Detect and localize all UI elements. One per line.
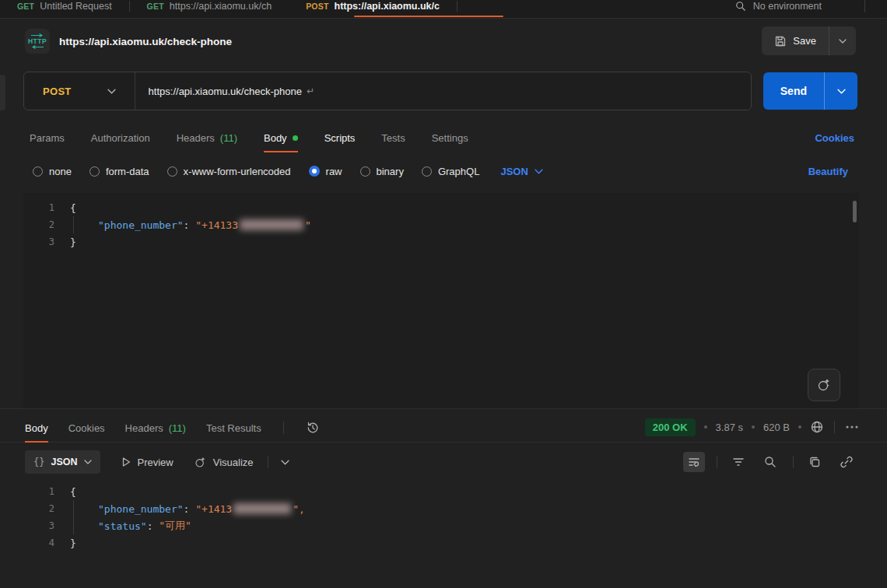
pane-divider[interactable]: [0, 408, 887, 409]
method-selector[interactable]: POST: [24, 86, 135, 97]
redacted-phone-number: [240, 219, 303, 230]
tab-label: Authorization: [91, 132, 150, 144]
radio-icon: [422, 166, 432, 177]
request-section-tabs: Params Authorization Headers (11) Body S…: [0, 123, 887, 152]
request-body-editor[interactable]: 1 { 2 "phone_number": "+14133" 3 }: [23, 193, 859, 408]
code-token: {: [70, 202, 76, 214]
editor-scrollbar[interactable]: [853, 201, 857, 222]
send-options-button[interactable]: [824, 72, 857, 110]
filter-button[interactable]: [727, 452, 749, 472]
tab-label: Body: [25, 422, 48, 434]
redacted-phone-number: [233, 503, 291, 514]
code-token: }: [70, 236, 76, 248]
play-icon: [121, 457, 131, 467]
postman-window: GET Untitled Request GET https://api.xia…: [0, 0, 887, 588]
separator: [793, 456, 794, 468]
http-request-icon: HTTP: [25, 29, 50, 54]
dot-separator: [752, 425, 755, 429]
code-line: 2 "phone_number": "+14133": [23, 216, 859, 233]
tab-params[interactable]: Params: [30, 123, 65, 152]
save-icon: [774, 35, 787, 47]
url-input[interactable]: https://api.xiaomu.uk/check-phone: [135, 86, 302, 97]
tab-label: Tests: [381, 132, 405, 144]
tab-label: Params: [30, 132, 65, 144]
code-token-value: "可用": [159, 519, 191, 533]
more-options-icon[interactable]: [845, 425, 859, 429]
save-options-button[interactable]: [829, 26, 856, 55]
body-type-graphql[interactable]: GraphQL: [422, 166, 479, 177]
response-tab-cookies[interactable]: Cookies: [68, 413, 105, 443]
visualize-button[interactable]: Visualize: [194, 456, 254, 469]
body-type-binary[interactable]: binary: [360, 166, 404, 177]
code-token: :: [184, 219, 196, 231]
chevron-down-icon: [281, 460, 289, 465]
method-badge: GET: [17, 2, 34, 11]
response-size[interactable]: 620 B: [763, 422, 790, 433]
request-tab-untitled[interactable]: GET Untitled Request: [0, 0, 129, 18]
body-type-none[interactable]: none: [33, 166, 72, 177]
link-icon: [840, 456, 853, 468]
code-line: 3 }: [23, 233, 859, 250]
postbot-sparkle-icon: [816, 377, 832, 393]
body-type-urlencoded[interactable]: x-www-form-urlencoded: [167, 166, 291, 177]
network-globe-icon[interactable]: [810, 420, 824, 434]
tab-body[interactable]: Body: [264, 123, 298, 152]
environment-label: No environment: [753, 1, 822, 12]
code-line: 4 }: [23, 534, 859, 551]
tab-scripts[interactable]: Scripts: [324, 123, 356, 152]
share-link-button[interactable]: [836, 452, 857, 472]
preview-label: Preview: [138, 457, 174, 468]
response-time[interactable]: 3.87 s: [716, 422, 743, 433]
response-tab-body[interactable]: Body: [25, 413, 48, 443]
cookies-link[interactable]: Cookies: [815, 123, 854, 152]
tab-authorization[interactable]: Authorization: [91, 123, 150, 152]
history-icon[interactable]: [306, 421, 320, 435]
postbot-button[interactable]: [808, 369, 840, 401]
code-line: 2 "phone_number": "+1413",: [23, 500, 859, 517]
response-body-editor[interactable]: 1 { 2 "phone_number": "+1413", 3 "status…: [23, 481, 859, 588]
response-format-selector[interactable]: {} JSON: [25, 450, 100, 474]
tab-tests[interactable]: Tests: [381, 123, 405, 152]
more-views-button[interactable]: [281, 460, 289, 465]
response-tab-test-results[interactable]: Test Results: [206, 413, 261, 443]
tab-headers[interactable]: Headers (11): [177, 123, 237, 152]
filter-icon: [732, 456, 745, 468]
active-tab-underline: [354, 16, 503, 17]
response-editor-actions: [683, 448, 857, 476]
copy-response-button[interactable]: [804, 452, 826, 472]
radio-icon: [167, 166, 177, 177]
search-icon: [735, 1, 746, 12]
radio-icon: [89, 166, 100, 177]
send-button[interactable]: Send: [763, 85, 824, 97]
chevron-down-icon: [107, 89, 116, 94]
request-tab-get-xiaomu[interactable]: GET https://api.xiaomu.uk/ch: [130, 0, 289, 18]
environment-selector[interactable]: No environment: [735, 0, 865, 18]
tab-label: Untitled Request: [40, 1, 111, 12]
tab-settings[interactable]: Settings: [432, 123, 468, 152]
search-response-button[interactable]: [759, 452, 781, 472]
wrap-text-button[interactable]: [683, 452, 705, 472]
code-line: 1 {: [23, 483, 859, 500]
preview-button[interactable]: Preview: [121, 457, 174, 468]
response-tab-headers[interactable]: Headers (11): [125, 413, 186, 443]
enter-hint-icon: ↵: [307, 86, 314, 96]
code-token-key: "phone_number": [98, 503, 184, 515]
raw-format-selector[interactable]: JSON: [500, 166, 542, 177]
status-badge[interactable]: 200 OK: [645, 418, 696, 436]
format-value: JSON: [51, 457, 77, 467]
sidebar-collapsed-handle[interactable]: [0, 75, 5, 110]
separator: [283, 422, 284, 434]
separator: [864, 0, 865, 12]
dot-separator: [704, 425, 707, 429]
beautify-link[interactable]: Beautify: [808, 157, 848, 185]
response-meta: 200 OK 3.87 s 620 B: [645, 414, 859, 440]
line-number: 1: [23, 486, 70, 497]
tab-label: Headers: [125, 422, 163, 434]
method-badge: POST: [306, 2, 328, 11]
separator: [268, 456, 268, 468]
save-button[interactable]: Save: [762, 35, 829, 47]
body-type-form-data[interactable]: form-data: [89, 166, 149, 177]
save-button-group: Save: [762, 26, 856, 55]
chevron-down-icon: [837, 89, 846, 94]
body-type-raw-selected[interactable]: raw: [309, 166, 342, 177]
